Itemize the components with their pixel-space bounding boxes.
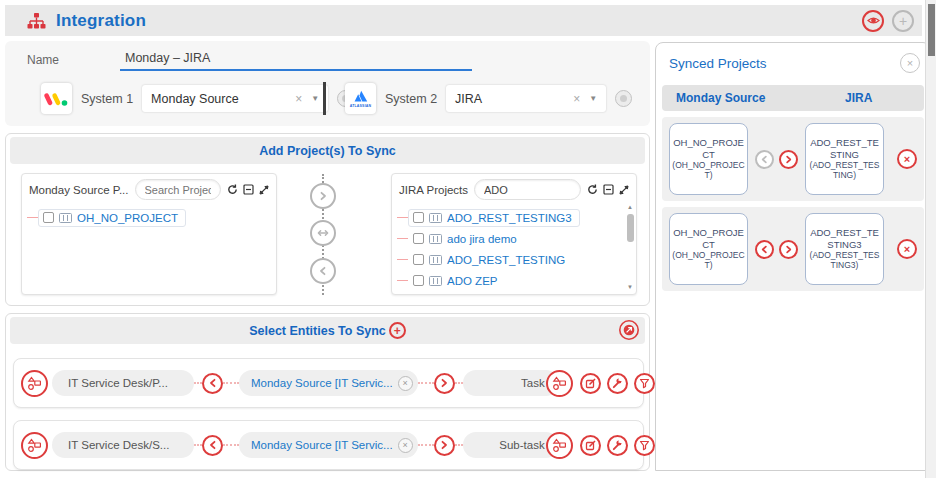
target-entity-pill[interactable]: Sub-task bbox=[463, 432, 559, 458]
close-icon: × bbox=[904, 244, 910, 255]
mapped-entity-pill[interactable]: Monday Source [IT Servic... × bbox=[239, 432, 418, 458]
chevron-down-icon[interactable]: ▼ bbox=[311, 94, 319, 103]
project-key: (ADO_REST_TESTING3) bbox=[808, 251, 881, 271]
sync-right-button[interactable] bbox=[779, 150, 798, 169]
system2-value: JIRA bbox=[455, 92, 573, 106]
page-title: Integration bbox=[56, 11, 146, 31]
tree-item-box[interactable]: ADO_REST_TESTING bbox=[408, 251, 573, 269]
system1-block: System 1 Monday Source × ▼ bbox=[41, 83, 354, 114]
remove-mapping-button[interactable]: × bbox=[398, 376, 413, 391]
sync-right-button[interactable] bbox=[434, 373, 455, 394]
collapse-entities-button[interactable] bbox=[618, 319, 640, 341]
fit-view-icon[interactable] bbox=[619, 185, 629, 195]
checkbox[interactable] bbox=[413, 212, 424, 223]
target-entity-label: Sub-task bbox=[499, 439, 544, 451]
sync-direction-controls bbox=[755, 150, 798, 169]
synced-projects-column-headers: Monday Source JIRA bbox=[662, 85, 924, 111]
sync-right-button[interactable] bbox=[779, 240, 798, 259]
jira-entity-pill[interactable]: IT Service Desk/S... bbox=[52, 432, 194, 458]
clear-icon[interactable]: × bbox=[295, 92, 302, 106]
tree-item-box[interactable]: OH_NO_PROJECT bbox=[38, 209, 186, 227]
synced-projects-title-row: Synced Projects × bbox=[656, 43, 930, 81]
move-left-button[interactable] bbox=[310, 258, 336, 284]
collapse-all-icon[interactable] bbox=[603, 184, 614, 195]
system1-label: System 1 bbox=[81, 92, 133, 106]
monday-panel-tools bbox=[227, 184, 269, 195]
checkbox[interactable] bbox=[413, 233, 424, 244]
jira-projects-panel-header: JIRA Projects bbox=[392, 174, 636, 205]
dotted-connector bbox=[418, 444, 434, 446]
filter-icon[interactable] bbox=[634, 435, 655, 456]
sync-left-button[interactable] bbox=[202, 373, 223, 394]
name-label: Name bbox=[27, 53, 59, 67]
monday-project-search-input[interactable] bbox=[135, 179, 221, 200]
scrollbar-thumb[interactable] bbox=[627, 214, 634, 242]
jira-panel-tools bbox=[587, 184, 629, 195]
system2-label: System 2 bbox=[385, 92, 437, 106]
tree-connector bbox=[27, 217, 38, 218]
add-integration-button[interactable]: + bbox=[892, 10, 914, 32]
tree-scrollbar[interactable]: ▲ ▼ bbox=[625, 204, 635, 290]
integration-config-section: Name System 1 Monday Source × ▼ ATLASSIA… bbox=[5, 41, 650, 126]
remove-sync-button[interactable]: × bbox=[897, 149, 917, 169]
sync-right-button[interactable] bbox=[434, 435, 455, 456]
target-entity-pill[interactable]: Task bbox=[463, 370, 559, 396]
dotted-connector bbox=[223, 382, 239, 384]
remove-mapping-button[interactable]: × bbox=[398, 438, 413, 453]
scroll-down-icon[interactable]: ▼ bbox=[625, 284, 635, 290]
entity-mapping-row: IT Service Desk/P... Monday Source [IT S… bbox=[13, 358, 644, 408]
wrench-icon[interactable] bbox=[607, 373, 628, 394]
fit-view-icon[interactable] bbox=[259, 185, 269, 195]
integration-name-input[interactable] bbox=[120, 47, 472, 71]
checkbox[interactable] bbox=[43, 212, 54, 223]
tree-item[interactable]: ADO ZEP bbox=[397, 270, 636, 291]
board-icon bbox=[59, 213, 72, 223]
mapped-entity-pill[interactable]: Monday Source [IT Servic... × bbox=[239, 370, 418, 396]
jira-project-search-input[interactable] bbox=[474, 179, 581, 200]
two-way-sync-button[interactable] bbox=[310, 220, 336, 246]
preview-button[interactable] bbox=[862, 10, 884, 32]
tree-item-box[interactable]: ADO ZEP bbox=[408, 272, 505, 290]
sync-left-button[interactable] bbox=[202, 435, 223, 456]
dotted-connector bbox=[455, 444, 463, 446]
edit-icon[interactable] bbox=[580, 373, 601, 394]
system2-radio[interactable] bbox=[615, 90, 632, 107]
checkbox[interactable] bbox=[413, 254, 424, 265]
sync-left-button[interactable] bbox=[755, 150, 774, 169]
refresh-icon[interactable] bbox=[587, 184, 598, 195]
collapse-all-icon[interactable] bbox=[243, 184, 254, 195]
sync-left-button[interactable] bbox=[755, 240, 774, 259]
source-project-card: OH_NO_PROJECT (OH_NO_PROJECT) bbox=[669, 213, 748, 285]
remove-sync-button[interactable]: × bbox=[897, 239, 917, 259]
tree-item[interactable]: ADO_REST_TESTING3 bbox=[397, 207, 636, 228]
page-scrollbar[interactable] bbox=[925, 0, 936, 478]
checkbox[interactable] bbox=[413, 275, 424, 286]
jira-entity-label: IT Service Desk/S... bbox=[68, 439, 169, 451]
tree-item[interactable]: OH_NO_PROJECT bbox=[27, 207, 276, 228]
sitemap-icon bbox=[27, 13, 46, 29]
jira-entity-pill[interactable]: IT Service Desk/P... bbox=[52, 370, 194, 396]
tree-item[interactable]: ADO_REST_TESTING bbox=[397, 249, 636, 270]
add-projects-header: Add Project(s) To Sync bbox=[10, 137, 645, 164]
synced-projects-title: Synced Projects bbox=[669, 56, 767, 71]
close-panel-button[interactable]: × bbox=[900, 53, 920, 73]
system2-select[interactable]: JIRA × ▼ bbox=[446, 85, 606, 112]
wrench-icon[interactable] bbox=[607, 435, 628, 456]
move-right-button[interactable] bbox=[310, 183, 336, 209]
filter-icon[interactable] bbox=[634, 373, 655, 394]
edit-icon[interactable] bbox=[580, 435, 601, 456]
clear-icon[interactable]: × bbox=[573, 92, 580, 106]
project-key: (ADO_REST_TESTING) bbox=[808, 161, 881, 181]
tree-item-box[interactable]: ADO_REST_TESTING3 bbox=[408, 209, 580, 227]
eye-icon bbox=[867, 14, 880, 27]
tree-item[interactable]: ado jira demo bbox=[397, 228, 636, 249]
close-icon: × bbox=[403, 441, 408, 450]
scrollbar-thumb[interactable] bbox=[928, 4, 935, 56]
add-entity-button[interactable]: + bbox=[389, 322, 406, 339]
chevron-down-icon[interactable]: ▼ bbox=[589, 94, 597, 103]
scroll-up-icon[interactable]: ▲ bbox=[625, 204, 635, 210]
tree-item-box[interactable]: ado jira demo bbox=[408, 230, 525, 248]
system1-select[interactable]: Monday Source × ▼ bbox=[142, 85, 328, 112]
dotted-connector bbox=[194, 444, 202, 446]
refresh-icon[interactable] bbox=[227, 184, 238, 195]
